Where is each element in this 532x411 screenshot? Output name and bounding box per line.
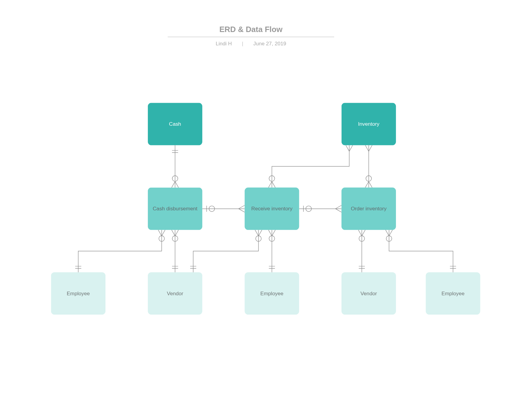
separator: | xyxy=(242,40,243,47)
node-label: Vendor xyxy=(361,290,377,296)
svg-point-3 xyxy=(209,206,215,212)
author-label: Lindi H xyxy=(216,40,232,47)
node-label: Cash disbursement xyxy=(153,206,197,212)
node-order-inventory[interactable]: Order inventory xyxy=(342,188,396,230)
node-cash[interactable]: Cash xyxy=(148,103,202,145)
svg-point-10 xyxy=(386,236,392,241)
svg-point-9 xyxy=(359,236,365,241)
node-label: Receive inventory xyxy=(251,206,292,212)
svg-point-4 xyxy=(306,206,312,212)
node-label: Cash xyxy=(169,121,181,127)
node-label: Employee xyxy=(441,290,464,296)
node-label: Inventory xyxy=(358,121,379,127)
diagram-title: ERD & Data Flow xyxy=(168,25,334,37)
diagram-container: ERD & Data Flow Lindi H | June 27, 2019 xyxy=(0,0,532,411)
node-receive-inventory[interactable]: Receive inventory xyxy=(245,188,299,230)
svg-point-1 xyxy=(269,176,275,181)
node-vendor-1[interactable]: Vendor xyxy=(148,272,202,315)
svg-point-0 xyxy=(172,176,178,181)
node-label: Employee xyxy=(67,290,90,296)
node-cash-disbursement[interactable]: Cash disbursement xyxy=(148,188,202,230)
svg-point-7 xyxy=(256,236,261,241)
node-employee-2[interactable]: Employee xyxy=(245,272,299,315)
date-label: June 27, 2019 xyxy=(253,40,286,47)
node-inventory[interactable]: Inventory xyxy=(342,103,396,145)
node-vendor-2[interactable]: Vendor xyxy=(342,272,396,315)
node-employee-1[interactable]: Employee xyxy=(51,272,105,315)
node-label: Order inventory xyxy=(351,206,387,212)
svg-point-5 xyxy=(159,236,165,241)
svg-point-2 xyxy=(366,176,371,181)
diagram-subtitle: Lindi H | June 27, 2019 xyxy=(168,40,334,47)
svg-point-6 xyxy=(172,236,178,241)
node-label: Employee xyxy=(260,290,283,296)
diagram-header: ERD & Data Flow Lindi H | June 27, 2019 xyxy=(168,25,334,47)
svg-point-8 xyxy=(269,236,275,241)
node-label: Vendor xyxy=(167,290,183,296)
node-employee-3[interactable]: Employee xyxy=(426,272,480,315)
